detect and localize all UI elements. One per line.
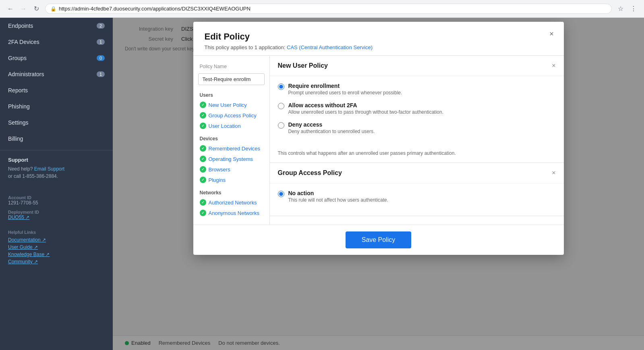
sidebar-item-endpoints-label: Endpoints (8, 23, 33, 29)
group-access-policy-close-button[interactable]: × (552, 169, 555, 177)
documentation-link[interactable]: Documentation ↗ (8, 237, 105, 243)
sidebar-item-settings[interactable]: Settings (0, 115, 113, 131)
deployment-id-link[interactable]: DUO55 ↗ (8, 215, 105, 220)
require-enrollment-radio[interactable] (278, 83, 284, 90)
knowledge-base-link[interactable]: Knowledge Base ↗ (8, 252, 105, 257)
sidebar-item-2fa-label: 2FA Devices (8, 39, 39, 45)
nav-check-user-location (200, 123, 206, 129)
policy-name-label: Policy Name (193, 62, 269, 71)
nav-link-anonymous-networks[interactable]: Anonymous Networks (193, 208, 269, 218)
sidebar-item-reports-label: Reports (8, 87, 28, 94)
browser-chrome: ← → ↻ 🔒 https://admin-4cfedbe7.duosecuri… (0, 0, 644, 18)
nav-check-new-user (200, 102, 206, 108)
modal-left-nav: Policy Name Users New User Policy Group … (193, 56, 270, 225)
address-bar[interactable]: 🔒 https://admin-4cfedbe7.duosecurity.com… (45, 4, 612, 14)
support-section: Support Need help? Email Support or call… (0, 150, 113, 186)
nav-link-user-location[interactable]: User Location (193, 121, 269, 131)
helpful-links-section: Helpful Links Documentation ↗ User Guide… (0, 225, 113, 271)
modal-header: Edit Policy This policy applies to 1 app… (193, 22, 564, 56)
modal-subtitle-link[interactable]: CAS (Central Authentication Service) (287, 44, 373, 50)
allow-without-2fa-radio[interactable] (278, 103, 284, 109)
support-text: Need help? Email Support or call 1-855-3… (8, 165, 105, 180)
main-layout: Endpoints 2 2FA Devices 1 Groups 0 Admin… (0, 18, 644, 350)
reload-button[interactable]: ↻ (31, 3, 42, 15)
call-text: or call 1-855-386-2884. (8, 173, 58, 179)
sidebar: Endpoints 2 2FA Devices 1 Groups 0 Admin… (0, 18, 113, 350)
nav-link-group-access-policy[interactable]: Group Access Policy (193, 110, 269, 121)
no-action-option[interactable]: No action This rule will not affect how … (278, 190, 556, 203)
deny-access-desc: Deny authentication to unenrolled users. (288, 129, 375, 134)
forward-button[interactable]: → (18, 3, 29, 15)
sidebar-item-phishing[interactable]: Phishing (0, 98, 113, 115)
sidebar-item-admins-label: Administrators (8, 71, 44, 77)
nav-link-remembered-devices[interactable]: Remembered Devices (193, 143, 269, 154)
allow-without-2fa-label: Allow access without 2FA (288, 102, 444, 108)
sidebar-item-reports[interactable]: Reports (0, 82, 113, 98)
sidebar-item-billing-label: Billing (8, 135, 23, 142)
star-button[interactable]: ☆ (615, 3, 626, 15)
group-access-policy-section: Group Access Policy × No action This rul… (270, 163, 564, 216)
content-area: Integration key DIZSC3XXIQ4EWEAOGUPN Sec… (113, 18, 644, 350)
sidebar-item-groups-label: Groups (8, 55, 27, 61)
deny-access-label: Deny access (288, 121, 375, 128)
new-user-policy-title: New User Policy (278, 62, 328, 69)
no-action-desc: This rule will not affect how users auth… (288, 197, 389, 203)
nav-section-networks-title: Networks (193, 185, 269, 197)
nav-check-plugins (200, 177, 206, 183)
sidebar-item-phishing-label: Phishing (8, 103, 30, 110)
nav-check-remembered (200, 145, 206, 152)
user-guide-link[interactable]: User Guide ↗ (8, 244, 105, 250)
save-policy-button[interactable]: Save Policy (346, 231, 412, 248)
sidebar-item-billing[interactable]: Billing (0, 131, 113, 147)
nav-section-devices-title: Devices (193, 131, 269, 143)
account-info-section: Account ID 1291-7708-55 Deployment ID DU… (0, 186, 113, 225)
new-user-policy-options: Require enrollment Prompt unenrolled use… (270, 76, 564, 147)
sidebar-item-administrators[interactable]: Administrators 1 (0, 66, 113, 82)
modal-subtitle-text: This policy applies to 1 application: (205, 44, 286, 50)
nav-link-authorized-networks[interactable]: Authorized Networks (193, 197, 269, 208)
require-enrollment-option[interactable]: Require enrollment Prompt unenrolled use… (278, 83, 556, 96)
modal-right-panel: New User Policy × Require enrollment Pro… (270, 56, 564, 225)
policy-name-input[interactable] (198, 73, 265, 85)
require-enrollment-label: Require enrollment (288, 83, 402, 89)
nav-link-browsers[interactable]: Browsers (193, 164, 269, 175)
group-access-policy-options: No action This rule will not affect how … (270, 183, 564, 216)
modal-title: Edit Policy (205, 31, 553, 42)
allow-without-2fa-option[interactable]: Allow access without 2FA Allow unenrolle… (278, 102, 556, 115)
sidebar-badge-admins: 1 (97, 71, 105, 77)
allow-without-2fa-desc: Allow unenrolled users to pass through w… (288, 109, 444, 115)
more-button[interactable]: ⋮ (628, 3, 639, 15)
email-support-link[interactable]: Email Support (34, 166, 64, 172)
account-id-label: Account ID (8, 195, 105, 200)
community-link[interactable]: Community ↗ (8, 259, 105, 265)
deployment-id-label: Deployment ID (8, 210, 105, 215)
no-action-radio[interactable] (278, 191, 284, 197)
sidebar-badge-groups: 0 (97, 55, 105, 61)
sidebar-item-endpoints[interactable]: Endpoints 2 (0, 18, 113, 34)
group-access-policy-header: Group Access Policy × (270, 163, 564, 183)
nav-check-group-access (200, 112, 206, 119)
modal-footer: Save Policy (193, 225, 564, 255)
nav-link-plugins[interactable]: Plugins (193, 175, 269, 185)
new-user-policy-close-button[interactable]: × (552, 62, 555, 69)
nav-check-anonymous (200, 210, 206, 216)
lock-icon: 🔒 (50, 6, 56, 12)
new-user-policy-header: New User Policy × (270, 56, 564, 76)
sidebar-item-groups[interactable]: Groups 0 (0, 50, 113, 66)
group-access-policy-title: Group Access Policy (278, 169, 342, 177)
nav-section-users-title: Users (193, 88, 269, 100)
sidebar-badge-2fa: 1 (97, 39, 105, 45)
nav-buttons: ← → ↻ (5, 3, 42, 15)
helpful-links-title: Helpful Links (8, 230, 105, 235)
sidebar-item-settings-label: Settings (8, 119, 29, 126)
nav-link-operating-systems[interactable]: Operating Systems (193, 154, 269, 164)
back-button[interactable]: ← (5, 3, 16, 15)
nav-link-new-user-policy[interactable]: New User Policy (193, 100, 269, 110)
support-title: Support (8, 157, 105, 163)
deny-access-option[interactable]: Deny access Deny authentication to unenr… (278, 121, 556, 134)
deny-access-radio[interactable] (278, 122, 284, 129)
modal-close-button[interactable]: × (546, 28, 557, 40)
sidebar-item-2fa-devices[interactable]: 2FA Devices 1 (0, 34, 113, 50)
modal-body: Policy Name Users New User Policy Group … (193, 56, 564, 225)
sidebar-badge-endpoints: 2 (97, 23, 105, 29)
